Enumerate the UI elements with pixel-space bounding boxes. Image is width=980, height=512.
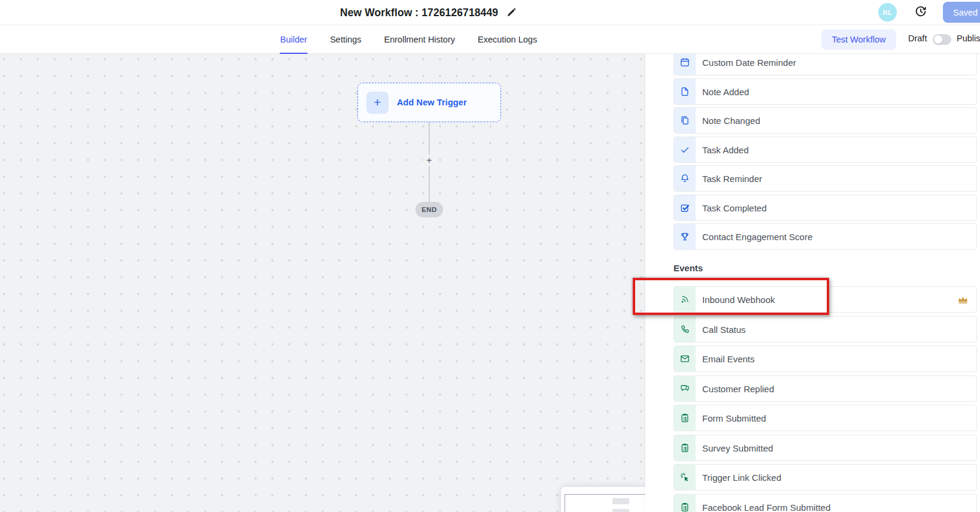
draft-label: Draft — [908, 34, 927, 43]
page-title: New Workflow : 1726126718449 — [340, 7, 498, 19]
user-avatar[interactable]: RL — [878, 3, 897, 22]
saved-button[interactable]: Saved — [943, 2, 980, 23]
trigger-item-facebook-lead-form-submitted[interactable]: Facebook Lead Form Submitted — [673, 494, 977, 512]
add-new-trigger-label: Add New Trigger — [397, 98, 467, 107]
trigger-item-task-reminder[interactable]: Task Reminder — [673, 165, 977, 192]
trigger-item-label: Task Added — [702, 145, 749, 155]
trigger-item-contact-engagement-score[interactable]: Contact Engagement Score — [673, 223, 977, 250]
trigger-item-task-added[interactable]: Task Added — [673, 137, 977, 163]
title-wrap: New Workflow : 1726126718449 — [340, 0, 498, 25]
trigger-item-label: Contact Engagement Score — [702, 232, 812, 242]
trigger-item-label: Facebook Lead Form Submitted — [702, 502, 830, 512]
bell-icon — [674, 166, 696, 191]
trigger-item-label: Customer Replied — [702, 384, 774, 394]
add-step-plus-button[interactable]: + — [423, 154, 435, 166]
trigger-item-label: Form Submitted — [702, 413, 766, 423]
tab-bar: BuilderSettingsEnrollment HistoryExecuti… — [0, 25, 980, 54]
clipboard-icon — [674, 495, 696, 512]
trigger-item-label: Task Completed — [702, 203, 767, 213]
trigger-item-task-completed[interactable]: Task Completed — [673, 195, 977, 221]
publish-label: Publish — [957, 34, 980, 43]
minimap-bar — [612, 509, 629, 512]
trigger-item-email-events[interactable]: Email Events — [673, 346, 977, 372]
trigger-item-label: Email Events — [702, 354, 755, 364]
trigger-item-label: Custom Date Reminder — [702, 57, 796, 68]
tab-execution-logs[interactable]: Execution Logs — [477, 25, 538, 54]
trigger-item-label: Task Reminder — [702, 174, 762, 184]
trigger-item-call-status[interactable]: Call Status — [673, 316, 977, 343]
events-section-header: Events — [673, 263, 703, 273]
trigger-item-label: Note Added — [702, 87, 749, 97]
copy-icon — [674, 108, 696, 133]
trigger-item-trigger-link-clicked[interactable]: Trigger Link Clicked — [673, 464, 977, 490]
trigger-item-label: Call Status — [702, 325, 746, 335]
publish-toggle[interactable] — [933, 34, 951, 45]
check-square-icon — [674, 195, 696, 220]
test-workflow-button[interactable]: Test Workflow — [821, 29, 896, 50]
cursor-click-icon — [674, 465, 696, 490]
phone-icon — [674, 317, 696, 342]
trigger-item-label: Trigger Link Clicked — [702, 472, 781, 483]
webhook-icon — [674, 287, 696, 312]
plus-icon: + — [366, 92, 389, 114]
minimap[interactable] — [561, 487, 647, 512]
trigger-item-form-submitted[interactable]: Form Submitted — [673, 405, 977, 431]
end-node: END — [415, 202, 443, 217]
tab-builder[interactable]: Builder — [280, 25, 308, 54]
trophy-icon — [674, 224, 696, 249]
trigger-item-customer-replied[interactable]: Customer Replied — [673, 375, 977, 402]
check-icon — [674, 137, 696, 162]
minimap-viewport — [565, 494, 647, 512]
tab-settings[interactable]: Settings — [329, 25, 362, 54]
tabs-group: BuilderSettingsEnrollment HistoryExecuti… — [280, 25, 538, 54]
clipboard-icon — [674, 435, 696, 461]
envelope-icon — [674, 346, 696, 371]
trigger-sidebar: Custom Date ReminderNote AddedNote Chang… — [645, 54, 980, 512]
trigger-item-inbound-webhook[interactable]: Inbound Webhook — [673, 286, 977, 313]
trigger-item-label: Survey Submitted — [702, 443, 773, 453]
tab-enrollment-history[interactable]: Enrollment History — [384, 25, 456, 54]
trigger-item-survey-submitted[interactable]: Survey Submitted — [673, 435, 977, 461]
clipboard-icon — [674, 405, 696, 431]
toggle-knob — [934, 35, 942, 44]
add-new-trigger-button[interactable]: + Add New Trigger — [357, 83, 501, 122]
trigger-item-label: Note Changed — [702, 116, 760, 126]
workflow-canvas[interactable]: + Add New Trigger + END — [0, 54, 647, 512]
crown-premium-icon — [957, 294, 969, 305]
trigger-item-note-added[interactable]: Note Added — [673, 78, 977, 105]
chat-icon — [674, 376, 696, 401]
trigger-item-note-changed[interactable]: Note Changed — [673, 107, 977, 134]
note-icon — [674, 79, 696, 104]
app-header: New Workflow : 1726126718449 RL Saved — [0, 0, 980, 25]
app-window: New Workflow : 1726126718449 RL Saved Bu… — [0, 0, 980, 512]
edit-title-pencil-icon[interactable] — [506, 7, 517, 18]
minimap-bar — [612, 498, 629, 504]
history-clock-icon[interactable] — [914, 5, 927, 18]
trigger-item-label: Inbound Webhook — [702, 295, 775, 305]
